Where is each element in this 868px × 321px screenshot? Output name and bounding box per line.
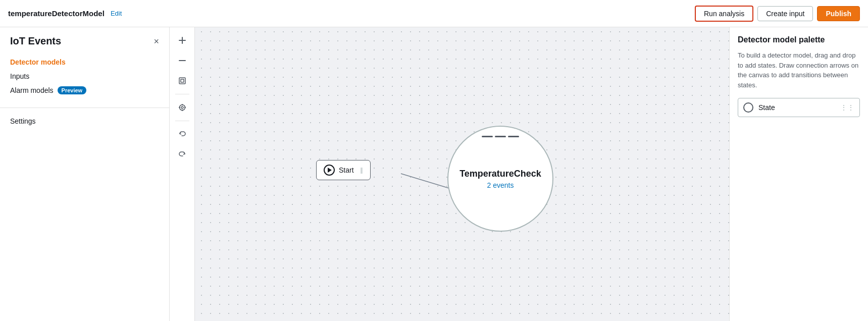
center-button[interactable]	[173, 98, 191, 117]
top-bar-left: temperatureDetectorModel Edit	[8, 9, 122, 18]
undo-icon	[178, 130, 186, 138]
temp-check-events[interactable]: 2 events	[487, 181, 514, 189]
start-play-icon	[324, 165, 335, 176]
plus-icon	[178, 36, 186, 44]
sidebar-item-inputs[interactable]: Inputs	[0, 69, 169, 83]
fit-icon	[178, 77, 186, 85]
sidebar-close-button[interactable]: ×	[154, 37, 159, 46]
publish-button[interactable]: Publish	[817, 6, 860, 21]
redo-button[interactable]	[173, 145, 191, 164]
canvas-toolbar	[170, 27, 195, 321]
redo-icon	[178, 150, 186, 158]
target-icon	[178, 103, 186, 112]
preview-badge: Preview	[58, 86, 87, 94]
sidebar-divider	[0, 108, 169, 108]
zoom-in-button[interactable]	[173, 31, 191, 49]
canvas-content[interactable]: Start ‖ TemperatureCheck 2 events	[195, 27, 729, 321]
svg-point-5	[179, 105, 185, 111]
canvas-area[interactable]: Start ‖ TemperatureCheck 2 events	[170, 27, 729, 321]
sidebar-nav: Detector models Inputs Alarm models Prev…	[0, 51, 169, 101]
panel-description: To build a detector model, drag and drop…	[738, 50, 860, 90]
svg-point-6	[181, 106, 183, 109]
run-analysis-button[interactable]: Run analysis	[695, 6, 753, 22]
temp-check-menu	[482, 136, 519, 137]
top-bar: temperatureDetectorModel Edit Run analys…	[0, 0, 868, 27]
sidebar-item-detector-models[interactable]: Detector models	[0, 55, 169, 69]
svg-rect-3	[179, 78, 185, 84]
toolbar-divider-1	[175, 94, 189, 94]
temperature-check-node[interactable]: TemperatureCheck 2 events	[447, 126, 553, 232]
minus-icon	[178, 57, 186, 65]
model-title: temperatureDetectorModel	[8, 9, 105, 18]
sidebar-item-settings[interactable]: Settings	[0, 114, 169, 128]
palette-state-icon	[743, 102, 753, 113]
temp-check-title: TemperatureCheck	[459, 169, 541, 179]
menu-line-2	[495, 136, 506, 137]
right-panel: Detector model palette To build a detect…	[729, 27, 868, 321]
main-layout: IoT Events × Detector models Inputs Alar…	[0, 27, 868, 321]
palette-state-label: State	[758, 103, 835, 112]
edit-link[interactable]: Edit	[111, 10, 122, 17]
undo-button[interactable]	[173, 125, 191, 143]
detector-models-label: Detector models	[10, 58, 66, 66]
sidebar-item-alarm-models[interactable]: Alarm models Preview	[0, 83, 169, 97]
top-bar-right: Run analysis Create input Publish	[695, 6, 860, 22]
create-input-button[interactable]: Create input	[757, 6, 813, 21]
sidebar-header: IoT Events ×	[0, 35, 169, 51]
menu-line-1	[482, 136, 493, 137]
alarm-models-label: Alarm models	[10, 86, 54, 94]
start-node-handle: ‖	[360, 167, 363, 174]
settings-label: Settings	[10, 117, 36, 125]
fit-view-button[interactable]	[173, 72, 191, 90]
palette-state-item[interactable]: State ⋮⋮	[738, 98, 860, 117]
panel-title: Detector model palette	[738, 35, 860, 44]
inputs-label: Inputs	[10, 72, 29, 80]
sidebar: IoT Events × Detector models Inputs Alar…	[0, 27, 170, 321]
svg-rect-4	[181, 79, 184, 82]
drag-handle-icon: ⋮⋮	[840, 103, 854, 112]
sidebar-title: IoT Events	[10, 35, 61, 47]
zoom-out-button[interactable]	[173, 51, 191, 70]
menu-line-3	[508, 136, 519, 137]
toolbar-divider-2	[175, 121, 189, 121]
start-label: Start	[339, 166, 354, 174]
start-node[interactable]: Start ‖	[316, 160, 371, 180]
